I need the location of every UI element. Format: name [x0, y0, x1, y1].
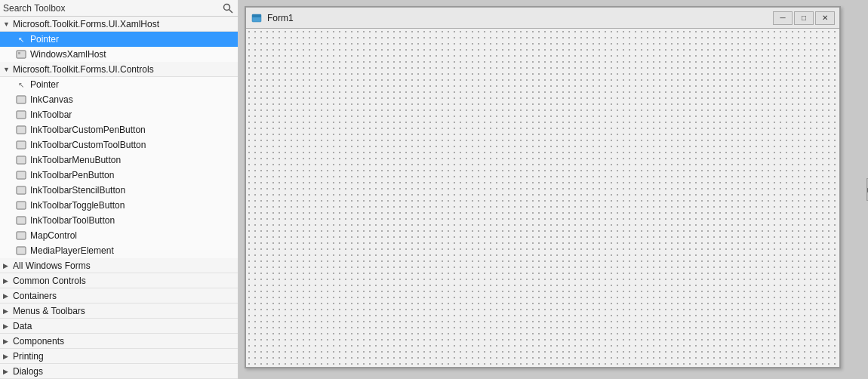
search-toolbox-label: Search Toolbox	[3, 3, 221, 14]
toolbox-item-inktoolbarcustompenbutton[interactable]: InkToolbarCustomPenButton	[0, 122, 238, 137]
form-close-button[interactable]: ✕	[815, 11, 835, 25]
svg-rect-22	[17, 217, 25, 223]
form-window-controls: ─ □ ✕	[773, 11, 835, 25]
form-icon	[251, 12, 263, 24]
group-containers[interactable]: ▶ Containers	[0, 288, 238, 304]
group-commoncontrols-label: Common Controls	[13, 276, 86, 286]
svg-rect-14	[17, 157, 25, 163]
pointer1-icon: ↖	[15, 33, 27, 45]
svg-rect-12	[17, 142, 25, 148]
chevron-menutoolbars: ▶	[3, 307, 11, 315]
chevron-containers: ▶	[3, 292, 11, 300]
svg-rect-8	[17, 112, 25, 118]
group-allwindowsforms[interactable]: ▶ All Windows Forms	[0, 258, 238, 273]
inktoolbarpenbutton-icon	[15, 169, 27, 181]
group-containers-label: Containers	[13, 291, 57, 301]
chevron-xamlhost: ▼	[3, 20, 11, 28]
form-maximize-button[interactable]: □	[794, 11, 814, 25]
svg-rect-24	[17, 233, 25, 239]
toolbox-item-pointer2[interactable]: ↖ Pointer	[0, 77, 238, 92]
group-allwindowsforms-label: All Windows Forms	[13, 260, 91, 271]
svg-rect-18	[17, 187, 25, 193]
inktoolbarcustomtoolbutton-label: InkToolbarCustomToolButton	[30, 140, 146, 150]
toolbox-item-inktoolbartoolbutton[interactable]: InkToolbarToolButton	[0, 213, 238, 228]
pointer1-label: Pointer	[30, 34, 59, 45]
mediaplayerelement-label: MediaPlayerElement	[30, 245, 114, 256]
toolbox-item-mapcontrol[interactable]: MapControl	[0, 228, 238, 243]
inktoolbarcustompenbutton-label: InkToolbarCustomPenButton	[30, 125, 146, 135]
group-xamlhost[interactable]: ▼ Microsoft.Toolkit.Forms.UI.XamlHost	[0, 17, 238, 32]
svg-rect-26	[17, 248, 25, 254]
mapcontrol-label: MapControl	[30, 230, 77, 241]
inktoolbartoolbutton-label: InkToolbarToolButton	[30, 215, 115, 226]
chevron-dialogs: ▶	[3, 368, 11, 375]
inktoolbarstencilbutton-label: InkToolbarStencilButton	[30, 185, 125, 196]
svg-rect-28	[252, 14, 261, 17]
chevron-data: ▶	[3, 322, 11, 330]
inkcanvas-icon	[15, 94, 27, 106]
inkcanvas-label: InkCanvas	[30, 94, 73, 105]
chevron-components: ▶	[3, 337, 11, 345]
designer-panel: Form1 ─ □ ✕	[239, 0, 868, 379]
group-controls-label: Microsoft.Toolkit.Forms.UI.Controls	[13, 64, 154, 75]
toolbox-content: ▼ Microsoft.Toolkit.Forms.UI.XamlHost ↖ …	[0, 17, 238, 379]
svg-rect-4	[18, 52, 20, 54]
toolbox-item-inkcanvas[interactable]: InkCanvas	[0, 92, 238, 107]
windowsxamlhost-label: WindowsXamlHost	[30, 49, 106, 60]
group-menutoolbars[interactable]: ▶ Menus & Toolbars	[0, 304, 238, 319]
group-dialogs-label: Dialogs	[13, 366, 43, 377]
toolbox-item-windowsxamlhost[interactable]: WindowsXamlHost	[0, 47, 238, 62]
svg-rect-16	[17, 172, 25, 178]
svg-rect-20	[17, 202, 25, 208]
search-bar: Search Toolbox	[0, 0, 238, 17]
toolbox-item-inktoolbartogglebutton[interactable]: InkToolbarToggleButton	[0, 198, 238, 213]
xamlhost-items: ↖ Pointer WindowsXamlHost	[0, 32, 238, 62]
group-xamlhost-label: Microsoft.Toolkit.Forms.UI.XamlHost	[13, 19, 159, 29]
svg-rect-6	[17, 97, 25, 103]
group-printing-label: Printing	[13, 351, 44, 362]
group-components-label: Components	[13, 336, 64, 347]
chevron-controls: ▼	[3, 66, 11, 73]
toolbox-panel: Search Toolbox ▼ Microsoft.Toolkit.Forms…	[0, 0, 239, 379]
form-window: Form1 ─ □ ✕	[245, 6, 841, 368]
toolbox-item-inktoolbarmenubutton[interactable]: InkToolbarMenuButton	[0, 153, 238, 168]
svg-line-1	[229, 9, 233, 13]
toolbox-item-inktoolbarstencilbutton[interactable]: InkToolbarStencilButton	[0, 183, 238, 198]
pointer2-label: Pointer	[30, 79, 59, 90]
inktoolbarstencilbutton-icon	[15, 184, 27, 196]
toolbox-item-pointer1[interactable]: ↖ Pointer	[0, 32, 238, 47]
controls-items: ↖ Pointer InkCanvas InkToolbar InkToolb	[0, 77, 238, 258]
group-printing[interactable]: ▶ Printing	[0, 349, 238, 364]
form-title: Form1	[267, 13, 773, 23]
inktoolbartogglebutton-label: InkToolbarToggleButton	[30, 200, 125, 211]
chevron-commoncontrols: ▶	[3, 277, 11, 285]
inktoolbartogglebutton-icon	[15, 199, 27, 211]
inktoolbartoolbutton-icon	[15, 214, 27, 226]
pointer2-icon: ↖	[15, 79, 27, 91]
group-commoncontrols[interactable]: ▶ Common Controls	[0, 273, 238, 288]
search-icon-button[interactable]	[221, 2, 235, 15]
group-dialogs[interactable]: ▶ Dialogs	[0, 364, 238, 379]
mapcontrol-icon	[15, 230, 27, 242]
group-data-label: Data	[13, 321, 32, 331]
toolbox-item-inktoolbarpenbutton[interactable]: InkToolbarPenButton	[0, 168, 238, 183]
form-titlebar: Form1 ─ □ ✕	[246, 8, 839, 29]
windowsxamlhost-icon	[15, 48, 27, 60]
form-body[interactable]	[246, 29, 839, 367]
svg-rect-10	[17, 127, 25, 133]
inktoolbar-label: InkToolbar	[30, 109, 72, 120]
toolbox-item-inktoolbar[interactable]: InkToolbar	[0, 107, 238, 122]
toolbox-item-mediaplayerelement[interactable]: MediaPlayerElement	[0, 243, 238, 258]
group-menutoolbars-label: Menus & Toolbars	[13, 306, 85, 316]
toolbox-item-inktoolbarcustomtoolbutton[interactable]: InkToolbarCustomToolButton	[0, 137, 238, 153]
svg-point-0	[224, 4, 230, 10]
group-controls[interactable]: ▼ Microsoft.Toolkit.Forms.UI.Controls	[0, 62, 238, 77]
inktoolbar-icon	[15, 109, 27, 121]
inktoolbarpenbutton-label: InkToolbarPenButton	[30, 170, 114, 180]
inktoolbarcustompenbutton-icon	[15, 124, 27, 136]
chevron-allwindowsforms: ▶	[3, 262, 11, 270]
group-components[interactable]: ▶ Components	[0, 334, 238, 349]
form-minimize-button[interactable]: ─	[773, 11, 793, 25]
group-data[interactable]: ▶ Data	[0, 319, 238, 334]
chevron-printing: ▶	[3, 353, 11, 360]
